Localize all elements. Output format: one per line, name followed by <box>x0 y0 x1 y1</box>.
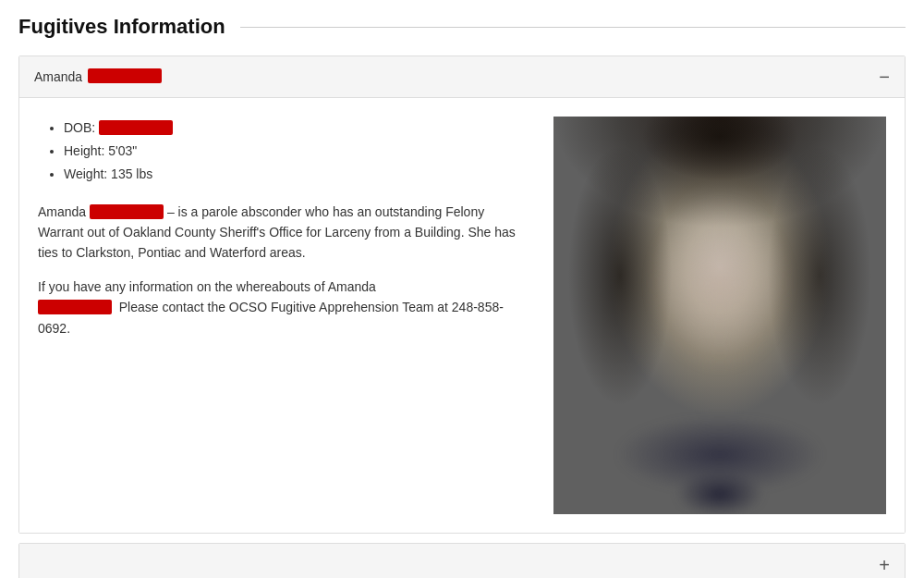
dob-item: DOB: <box>64 117 531 140</box>
accordion-header-2[interactable]: + <box>19 544 905 578</box>
header-divider <box>240 27 906 28</box>
page-title: Fugitives Information <box>18 15 225 39</box>
page-header: Fugitives Information <box>18 15 906 39</box>
collapse-icon[interactable]: − <box>879 68 890 86</box>
accordion-header-1[interactable]: Amanda − <box>19 56 905 98</box>
mugshot-visual <box>553 117 886 514</box>
contact-info: If you have any information on the where… <box>38 277 531 338</box>
mugshot-image <box>553 117 886 514</box>
accordion-item-2: + <box>18 543 906 578</box>
accordion-title-1: Amanda <box>34 69 162 84</box>
fugitive-description: Amanda – is a parole absconder who has a… <box>38 202 531 264</box>
height-item: Height: 5'03" <box>64 140 531 163</box>
fugitive-name-prefix: Amanda <box>34 69 82 84</box>
redacted-firstname <box>90 204 164 219</box>
mugshot-container <box>553 117 886 514</box>
fugitive-details: DOB: Height: 5'03" Weight: 135 lbs Amand… <box>38 117 531 514</box>
weight-item: Weight: 135 lbs <box>64 163 531 186</box>
redacted-lastname-header <box>88 68 162 83</box>
accordion-item-1: Amanda − DOB: Height: 5'03" Weight: 135 … <box>18 55 906 534</box>
expand-icon[interactable]: + <box>879 555 890 576</box>
info-list: DOB: Height: 5'03" Weight: 135 lbs <box>38 117 531 187</box>
accordion-body-1: DOB: Height: 5'03" Weight: 135 lbs Amand… <box>19 98 905 533</box>
redacted-name-contact <box>38 300 112 314</box>
redacted-dob <box>99 120 173 135</box>
